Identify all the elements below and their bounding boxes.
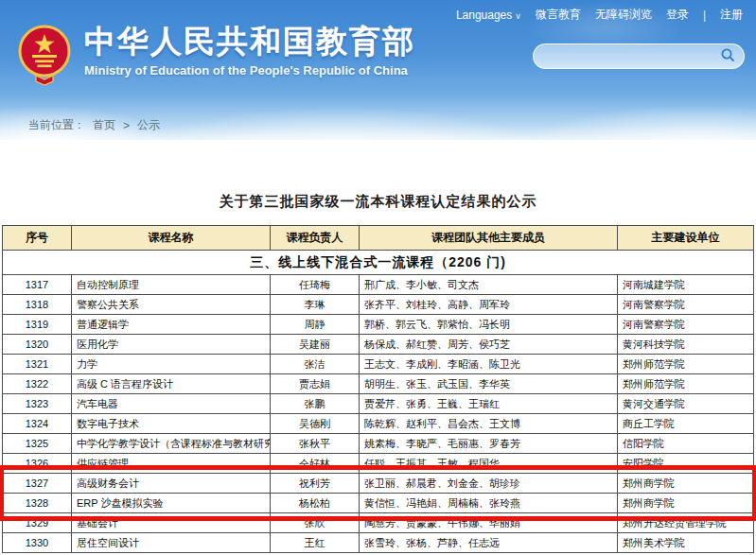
cell-institution: 河南警察学院	[618, 315, 754, 335]
table-header-row: 序号 课程名称 课程负责人 课程团队其他主要成员 主要建设单位	[3, 226, 754, 251]
cell-course-name: 高级财务会计	[72, 474, 271, 494]
table-row: 1330居住空间设计王红张雪玲、张杨、芦静、任志远郑州美术学院	[3, 533, 754, 553]
col-header-index: 序号	[3, 226, 72, 251]
cell-members: 胡明生、张玉、武玉国、李华英	[360, 374, 618, 394]
site-title: 中华人民共和国教育部	[84, 24, 415, 60]
cell-course-name: 医用化学	[72, 335, 271, 355]
page: { "header": { "top_nav": { "languages": …	[0, 0, 756, 555]
table-row: 1322高级 C 语言程序设计贾志娟胡明生、张玉、武玉国、李华英郑州师范学院	[3, 374, 754, 394]
cell-institution: 河南警察学院	[618, 295, 754, 315]
cell-course-name: 供应链管理	[72, 454, 271, 474]
cell-course-name: 中学化学教学设计（含课程标准与教材研究）	[72, 434, 271, 454]
brand-text: 中华人民共和国教育部 Ministry of Education of the …	[84, 24, 415, 78]
course-table-body: 1317自动控制原理任琦梅邢广成、李小敏、司文杰河南城建学院1318警察公共关系…	[3, 275, 754, 553]
cell-leader: 贾志娟	[271, 374, 360, 394]
national-emblem-icon	[17, 24, 72, 90]
cell-institution: 黄河科技学院	[618, 335, 754, 355]
cell-leader: 张洁	[271, 355, 360, 374]
nav-link-login[interactable]: 登录	[666, 7, 689, 23]
breadcrumb: 当前位置： 首页 > 公示	[28, 117, 160, 133]
table-row: 1326供应链管理仝好林任聪、王振其、王敏、程国华安阳学院	[3, 454, 754, 474]
nav-link-accessibility[interactable]: 无障碍浏览	[595, 7, 652, 23]
cell-institution: 郑州师范学院	[618, 355, 754, 374]
course-table: 三、线上线下混合式一流课程（2206 门) 序号 课程名称 课程负责人 课程团队…	[2, 225, 754, 553]
search-box	[533, 43, 745, 69]
chevron-down-icon: ∨	[515, 11, 521, 21]
breadcrumb-label: 当前位置：	[28, 117, 85, 133]
cell-index: 1328	[3, 494, 72, 513]
site-banner: Languages∨ 微言教育 无障碍浏览 登录 | 注册 中华人民共和国教育部…	[0, 0, 756, 140]
cell-leader: 吴德刚	[271, 414, 360, 434]
cell-members: 王志文、李成刚、李昭涵、陈卫光	[360, 355, 618, 374]
cell-members: 陈乾辉、赵利平、昌会杰、王文博	[360, 414, 618, 434]
table-row: 1328ERP 沙盘模拟实验杨松柏黄信恒、冯艳娟、周楠楠、张玲燕郑州商学院	[3, 494, 754, 513]
cell-members: 张卫丽、郝晨君、刘金金、胡珍珍	[360, 474, 618, 494]
cell-members: 任聪、王振其、王敏、程国华	[360, 454, 618, 474]
cell-course-name: 汽车电器	[72, 394, 271, 414]
site-logo-link[interactable]: 中华人民共和国教育部 Ministry of Education of the …	[17, 24, 415, 90]
cell-members: 张齐平、刘桂玲、高静、周军玲	[360, 295, 618, 315]
cell-course-name: ERP 沙盘模拟实验	[72, 494, 271, 513]
col-header-institution: 主要建设单位	[618, 226, 754, 251]
cell-course-name: 自动控制原理	[72, 275, 271, 295]
table-row: 1318警察公共关系李琳张齐平、刘桂玲、高静、周军玲河南警察学院	[3, 295, 754, 315]
cell-institution: 黄河交通学院	[618, 394, 754, 414]
nav-link-register[interactable]: 注册	[720, 7, 743, 23]
cell-institution: 安阳学院	[618, 454, 754, 474]
table-row: 1327高级财务会计祝利芳张卫丽、郝晨君、刘金金、胡珍珍郑州商学院	[3, 474, 754, 494]
cell-course-name: 警察公共关系	[72, 295, 271, 315]
cell-leader: 张鹏	[271, 394, 360, 414]
breadcrumb-current-link[interactable]: 公示	[137, 117, 160, 133]
cell-institution: 郑州商学院	[618, 494, 754, 513]
cell-index: 1321	[3, 355, 72, 374]
cell-index: 1324	[3, 414, 72, 434]
cell-leader: 仝好林	[271, 454, 360, 474]
cell-leader: 杨松柏	[271, 494, 360, 513]
cell-index: 1322	[3, 374, 72, 394]
cell-institution: 郑州升达经贸管理学院	[618, 513, 754, 533]
table-row: 1329基础会计张欣陶慧芳、贾蒙蒙、牛伟娜、华丽娟郑州升达经贸管理学院	[3, 513, 754, 533]
cell-leader: 王红	[271, 533, 360, 553]
cell-leader: 张欣	[271, 513, 360, 533]
table-row: 1325中学化学教学设计（含课程标准与教材研究）张秋平姚素梅、李晓严、毛丽惠、罗…	[3, 434, 754, 454]
cell-institution: 郑州商学院	[618, 474, 754, 494]
table-row: 1320医用化学吴建丽杨保成、郝红赞、周芳、侯巧芝黄河科技学院	[3, 335, 754, 355]
table-row: 1321力学张洁王志文、李成刚、李昭涵、陈卫光郑州师范学院	[3, 355, 754, 374]
cell-members: 姚素梅、李晓严、毛丽惠、罗春芳	[360, 434, 618, 454]
table-header: 序号 课程名称 课程负责人 课程团队其他主要成员 主要建设单位	[3, 226, 754, 251]
table-row: 1319普通逻辑学周静郭桥、郭云飞、郭紫怡、冯长明河南警察学院	[3, 315, 754, 335]
cell-index: 1329	[3, 513, 72, 533]
cell-index: 1327	[3, 474, 72, 494]
table-row: 1317自动控制原理任琦梅邢广成、李小敏、司文杰河南城建学院	[3, 275, 754, 295]
search-input[interactable]	[545, 50, 717, 63]
cell-leader: 吴建丽	[271, 335, 360, 355]
cell-institution: 郑州师范学院	[618, 374, 754, 394]
col-header-course-name: 课程名称	[72, 226, 271, 251]
page-title: 关于第三批国家级一流本科课程认定结果的公示	[0, 193, 756, 211]
cell-course-name: 力学	[72, 355, 271, 374]
cell-leader: 李琳	[271, 295, 360, 315]
col-header-members: 课程团队其他主要成员	[360, 226, 618, 251]
nav-separator: |	[703, 9, 706, 22]
cell-leader: 周静	[271, 315, 360, 335]
cell-institution: 河南城建学院	[618, 275, 754, 295]
cell-leader: 任琦梅	[271, 275, 360, 295]
course-table-wrap: 三、线上线下混合式一流课程（2206 门) 序号 课程名称 课程负责人 课程团队…	[2, 225, 754, 553]
cell-course-name: 数字电子技术	[72, 414, 271, 434]
cell-leader: 祝利芳	[271, 474, 360, 494]
cell-members: 贾爱芹、张勇、王巍、王瑞红	[360, 394, 618, 414]
table-row: 1324数字电子技术吴德刚陈乾辉、赵利平、昌会杰、王文博商丘工学院	[3, 414, 754, 434]
cell-course-name: 居住空间设计	[72, 533, 271, 553]
cell-index: 1330	[3, 533, 72, 553]
cell-index: 1325	[3, 434, 72, 454]
languages-menu[interactable]: Languages∨	[456, 9, 521, 22]
site-subtitle: Ministry of Education of the People's Re…	[84, 63, 415, 78]
breadcrumb-home-link[interactable]: 首页	[93, 117, 115, 133]
col-header-leader: 课程负责人	[271, 226, 360, 251]
table-caption-row: 三、线上线下混合式一流课程（2206 门)	[3, 251, 754, 275]
search-button[interactable]	[717, 46, 738, 67]
cell-index: 1326	[3, 454, 72, 474]
cell-course-name: 普通逻辑学	[72, 315, 271, 335]
table-caption: 三、线上线下混合式一流课程（2206 门)	[3, 251, 754, 275]
nav-link-weiyan-jiaoyu[interactable]: 微言教育	[536, 7, 581, 23]
